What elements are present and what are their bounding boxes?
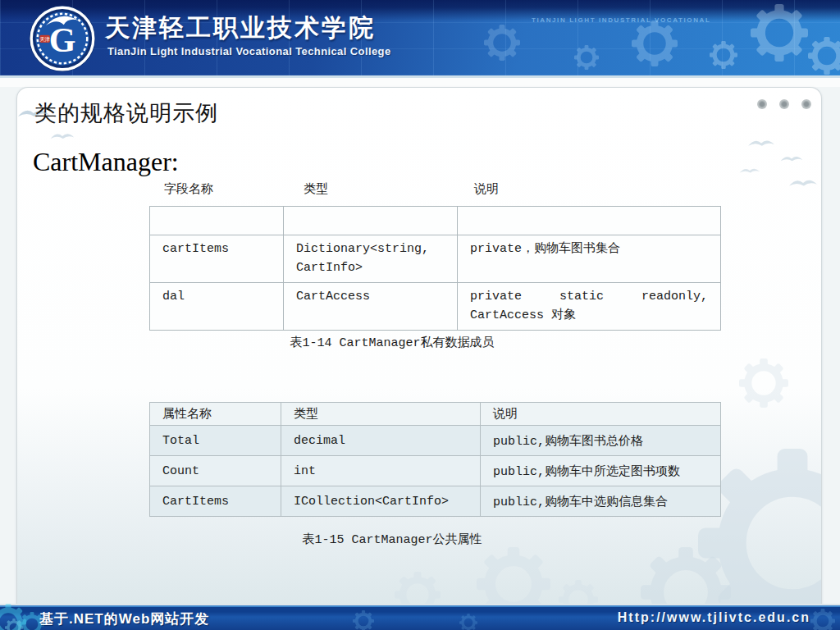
table-row: CartItems ICollection<CartInfo> public,购… — [150, 486, 721, 517]
table-cell: private，购物车图书集合 — [458, 235, 721, 283]
table-cell: Dictionary<string, CartInfo> — [284, 235, 458, 283]
course-title: 基于.NET的Web网站开发 — [39, 609, 209, 628]
seagull-icon — [50, 130, 75, 142]
gear-icon — [5, 619, 23, 630]
table-row: Count int public,购物车中所选定图书项数 — [150, 456, 721, 486]
table2-header-desc: 说明 — [481, 403, 721, 426]
public-properties-table: 属性名称 类型 说明 Total decimal public,购物车图书总价格… — [149, 402, 721, 517]
college-emblem: G 天津 — [28, 4, 97, 73]
table-header-row: 属性名称 类型 说明 — [150, 403, 721, 426]
table-cell — [458, 207, 721, 235]
svg-text:G: G — [49, 21, 76, 59]
table-row — [150, 207, 721, 235]
table-row: dal CartAccess private static readonly, … — [150, 283, 721, 331]
corner-dot — [779, 99, 789, 109]
corner-dot — [757, 99, 767, 109]
table-cell: int — [281, 456, 481, 486]
private-members-table: cartItems Dictionary<string, CartInfo> p… — [149, 206, 721, 331]
gear-icon — [641, 547, 731, 606]
header-watermark-text: TIANJIN LIGHT INDUSTRIAL VOCATIONAL — [532, 16, 837, 24]
table1-header-desc: 说明 — [474, 181, 499, 197]
seagull-icon — [747, 137, 775, 149]
slide-page: { "colors": { "header_blue_dark": "#1438… — [0, 0, 840, 630]
seagull-icon — [739, 166, 760, 176]
svg-text:天津: 天津 — [39, 36, 50, 43]
gear-icon — [353, 610, 374, 630]
gear-icon — [810, 609, 835, 630]
seagull-icon — [788, 176, 818, 189]
table2-caption: 表1-15 CartManager公共属性 — [107, 532, 678, 547]
college-name-en: TianJin Light Industrial Vocational Tech… — [107, 45, 391, 57]
table2-header-type: 类型 — [281, 403, 481, 426]
table-cell: dal — [150, 283, 284, 331]
header-bottom-strip — [0, 78, 840, 87]
table-cell: CartAccess — [284, 283, 458, 331]
table1-header-field: 字段名称 — [164, 181, 213, 197]
table-cell: public,购物车图书总价格 — [481, 426, 721, 456]
table-row: cartItems Dictionary<string, CartInfo> p… — [150, 235, 721, 283]
college-website-url: Http://www.tjlivtc.edu.cn — [618, 610, 810, 625]
footer-bar: 基于.NET的Web网站开发 Http://www.tjlivtc.edu.cn — [0, 604, 840, 630]
table1-column-labels: 字段名称 类型 说明 — [149, 181, 720, 198]
table-cell: public,购物车中选购信息集合 — [481, 486, 721, 517]
corner-dot — [801, 99, 811, 109]
gear-icon — [477, 547, 550, 606]
gear-icon — [0, 604, 26, 630]
gear-icon — [559, 580, 598, 606]
class-name-heading: CartManager: — [33, 147, 179, 177]
table-cell: public,购物车中所选定图书项数 — [481, 456, 721, 486]
gear-icon — [739, 358, 788, 408]
table1-header-type: 类型 — [304, 181, 328, 197]
table-cell: Count — [150, 456, 281, 486]
table-cell: private static readonly, CartAccess 对象 — [458, 283, 721, 331]
gear-icon — [395, 572, 441, 606]
table-cell — [284, 207, 458, 235]
table-cell: cartItems — [150, 235, 284, 283]
page-title: 类的规格说明示例 — [34, 98, 218, 128]
seagull-icon — [780, 153, 803, 164]
table-row: Total decimal public,购物车图书总价格 — [150, 426, 721, 456]
table2-header-name: 属性名称 — [150, 403, 281, 426]
table-cell — [150, 207, 284, 235]
table-cell: CartItems — [150, 486, 281, 517]
table-cell: Total — [150, 426, 281, 456]
gear-icon — [459, 614, 477, 630]
table1-caption: 表1-14 CartManager私有数据成员 — [107, 335, 678, 350]
table-cell: decimal — [281, 426, 481, 456]
table-cell: ICollection<CartInfo> — [281, 486, 481, 517]
college-name-zh: 天津轻工职业技术学院 — [105, 11, 376, 45]
header-banner: TIANJIN LIGHT INDUSTRIAL VOCATIONAL G 天津… — [0, 0, 840, 78]
